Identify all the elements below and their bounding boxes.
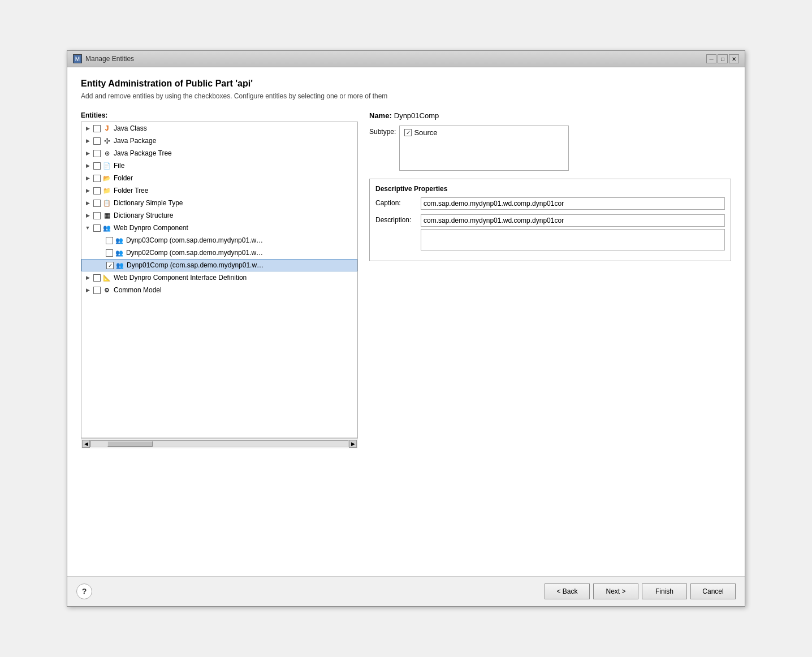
checkbox-dict-simple[interactable] xyxy=(93,200,101,207)
checkbox-common-model[interactable] xyxy=(93,287,101,294)
dynp02-label: Dynp02Comp (com.sap.demo.mydynp01.w… xyxy=(126,249,263,257)
footer: ? < Back Next > Finish Cancel xyxy=(67,576,745,606)
checkbox-java-package[interactable] xyxy=(93,137,101,145)
expand-icon[interactable]: ▶ xyxy=(84,174,92,182)
expand-icon[interactable]: ▶ xyxy=(84,286,92,294)
tree-item-dynp02[interactable]: 👥 Dynp02Comp (com.sap.demo.mydynp01.w… xyxy=(81,247,357,259)
expand-icon[interactable]: ▶ xyxy=(84,124,92,132)
close-button[interactable]: ✕ xyxy=(729,54,739,63)
description-first-line[interactable] xyxy=(421,214,725,227)
java-package-tree-label: Java Package Tree xyxy=(114,149,172,157)
expand-icon-web-dynpro[interactable]: ▼ xyxy=(84,224,92,232)
expand-icon[interactable]: ▶ xyxy=(84,149,92,157)
cancel-button[interactable]: Cancel xyxy=(690,583,736,599)
expand-icon[interactable]: ▶ xyxy=(84,137,92,145)
web-dynpro-label: Web Dynpro Component xyxy=(114,224,188,232)
name-row: Name: Dynp01Comp xyxy=(369,111,731,120)
file-label: File xyxy=(114,162,124,170)
caption-row: Caption: xyxy=(375,197,725,210)
common-model-icon: ⚙ xyxy=(102,286,111,295)
expand-icon[interactable]: ▶ xyxy=(84,199,92,207)
dynp03-label: Dynp03Comp (com.sap.demo.mydynp01.w… xyxy=(126,236,263,244)
main-panel: Entities: ▶ J Java Class ▶ ✢ Java Pa xyxy=(81,111,731,448)
java-package-tree-icon: ⊛ xyxy=(102,149,111,158)
tree-item-java-class[interactable]: ▶ J Java Class xyxy=(81,122,357,135)
tree-item-web-dynpro[interactable]: ▼ 👥 Web Dynpro Component xyxy=(81,222,357,234)
description-textarea[interactable] xyxy=(421,229,725,250)
window-title: Manage Entities xyxy=(85,55,134,63)
checkbox-folder-tree[interactable] xyxy=(93,187,101,194)
tree-container[interactable]: ▶ J Java Class ▶ ✢ Java Package ▶ xyxy=(81,122,358,438)
checkbox-folder[interactable] xyxy=(93,175,101,182)
tree-item-java-package[interactable]: ▶ ✢ Java Package xyxy=(81,135,357,147)
main-content: Entity Administration of Public Part 'ap… xyxy=(67,67,745,576)
footer-buttons: < Back Next > Finish Cancel xyxy=(545,583,736,599)
checkbox-dynp02[interactable] xyxy=(106,249,113,257)
tree-item-dict-structure[interactable]: ▶ ▦ Dictionary Structure xyxy=(81,209,357,222)
tree-item-file[interactable]: ▶ 📄 File xyxy=(81,159,357,172)
name-value: Dynp01Comp xyxy=(394,111,439,120)
dict-structure-icon: ▦ xyxy=(102,211,111,220)
checkbox-file[interactable] xyxy=(93,162,101,170)
java-package-icon: ✢ xyxy=(102,136,111,145)
web-dynpro-interface-label: Web Dynpro Component Interface Definitio… xyxy=(114,274,247,282)
checkbox-web-dynpro[interactable] xyxy=(93,224,101,232)
checkbox-dynp03[interactable] xyxy=(106,237,113,244)
tree-item-folder[interactable]: ▶ 📂 Folder xyxy=(81,172,357,184)
description-label: Description: xyxy=(375,214,421,224)
web-dynpro-icon: 👥 xyxy=(102,223,111,232)
java-class-icon: J xyxy=(102,124,111,133)
file-icon: 📄 xyxy=(102,161,111,170)
descriptive-properties-section: Descriptive Properties Caption: Descript… xyxy=(369,179,731,261)
tree-item-folder-tree[interactable]: ▶ 📁 Folder Tree xyxy=(81,184,357,197)
page-title: Entity Administration of Public Part 'ap… xyxy=(81,79,731,89)
scroll-right-btn[interactable]: ▶ xyxy=(349,440,357,448)
help-button[interactable]: ? xyxy=(76,583,92,599)
scroll-left-btn[interactable]: ◀ xyxy=(82,440,90,448)
dynp03-icon: 👥 xyxy=(115,236,124,245)
expand-icon[interactable]: ▶ xyxy=(84,162,92,170)
java-package-label: Java Package xyxy=(114,137,156,145)
subtype-section: Subtype: ✓ Source xyxy=(369,126,731,171)
expand-icon[interactable]: ▶ xyxy=(84,187,92,194)
checkbox-java-package-tree[interactable] xyxy=(93,150,101,157)
folder-tree-icon: 📁 xyxy=(102,186,111,195)
caption-input[interactable] xyxy=(421,197,725,210)
checkbox-dict-structure[interactable] xyxy=(93,212,101,219)
dict-structure-label: Dictionary Structure xyxy=(114,211,173,219)
folder-icon: 📂 xyxy=(102,174,111,183)
next-button[interactable]: Next > xyxy=(593,583,638,599)
caption-label: Caption: xyxy=(375,197,421,207)
folder-label: Folder xyxy=(114,174,133,182)
horizontal-scrollbar[interactable] xyxy=(90,440,349,447)
desc-props-title: Descriptive Properties xyxy=(375,185,725,193)
finish-button[interactable]: Finish xyxy=(642,583,687,599)
checkbox-web-dynpro-interface[interactable] xyxy=(93,274,101,282)
tree-item-java-package-tree[interactable]: ▶ ⊛ Java Package Tree xyxy=(81,147,357,159)
checkbox-java-class[interactable] xyxy=(93,125,101,132)
common-model-label: Common Model xyxy=(114,286,162,294)
subtype-checkbox-source[interactable]: ✓ xyxy=(404,129,412,136)
left-panel: Entities: ▶ J Java Class ▶ ✢ Java Pa xyxy=(81,111,358,448)
dict-simple-icon: 📋 xyxy=(102,198,111,208)
tree-item-dynp01[interactable]: ✓ 👥 Dynp01Comp (com.sap.demo.mydynp01.w… xyxy=(81,259,357,271)
subtype-source-label: Source xyxy=(414,128,437,137)
name-label: Name: xyxy=(369,111,392,120)
tree-item-web-dynpro-interface[interactable]: ▶ 📐 Web Dynpro Component Interface Defin… xyxy=(81,271,357,284)
checkbox-dynp01[interactable]: ✓ xyxy=(106,262,114,269)
subtype-label: Subtype: xyxy=(369,128,396,136)
maximize-button[interactable]: □ xyxy=(718,54,728,63)
page-description: Add and remove entities by using the che… xyxy=(81,92,731,100)
subtype-item-source[interactable]: ✓ Source xyxy=(404,128,564,137)
expand-icon[interactable]: ▶ xyxy=(84,274,92,282)
back-button[interactable]: < Back xyxy=(545,583,590,599)
tree-item-common-model[interactable]: ▶ ⚙ Common Model xyxy=(81,284,357,296)
java-class-label: Java Class xyxy=(114,124,147,132)
entities-label: Entities: xyxy=(81,111,358,119)
expand-icon[interactable]: ▶ xyxy=(84,211,92,219)
minimize-button[interactable]: ─ xyxy=(706,54,716,63)
folder-tree-label: Folder Tree xyxy=(114,187,148,194)
right-panel: Name: Dynp01Comp Subtype: ✓ Source xyxy=(369,111,731,261)
tree-item-dynp03[interactable]: 👥 Dynp03Comp (com.sap.demo.mydynp01.w… xyxy=(81,234,357,247)
tree-item-dict-simple[interactable]: ▶ 📋 Dictionary Simple Type xyxy=(81,197,357,209)
